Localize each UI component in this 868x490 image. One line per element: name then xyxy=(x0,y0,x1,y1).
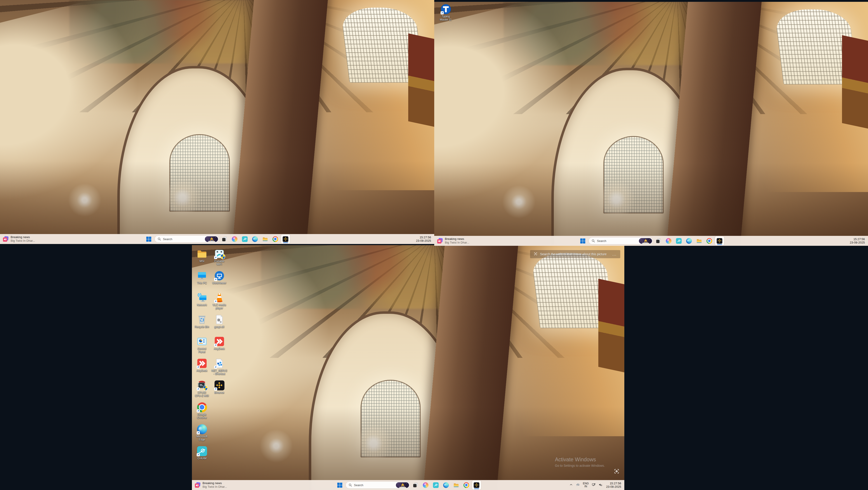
search-box[interactable]: Search xyxy=(588,237,653,244)
taskbar-app-binance-button[interactable] xyxy=(472,481,481,490)
taskbar-left: Breaking news Big Twist In Dhar... xyxy=(436,236,472,246)
edge-icon xyxy=(443,482,449,488)
binance-icon xyxy=(474,482,479,488)
desktop-icon-control-panel[interactable]: Control Panel xyxy=(193,335,211,357)
language-indicator[interactable]: ENGIN xyxy=(581,482,590,488)
taskbar-app-edge-button[interactable] xyxy=(684,236,693,246)
taskbar-clock[interactable]: 15:27:56 23-08-2025 xyxy=(414,235,434,243)
search-icon xyxy=(157,237,161,241)
recycle-bin-icon xyxy=(197,314,207,325)
shortcut-arrow-overlay xyxy=(214,278,217,281)
taskbar-app-edge-button[interactable] xyxy=(441,481,451,490)
news-widget-icon xyxy=(195,482,200,488)
picture-search-label: Search the web to learn more about this … xyxy=(540,252,607,256)
spotlight-camera-button[interactable] xyxy=(613,468,620,475)
desktop-icon-label: Portable WiFi xyxy=(212,260,227,266)
taskbar-app-binance-button[interactable] xyxy=(715,236,724,246)
taskbar-app-okam-button[interactable] xyxy=(240,234,249,243)
search-box[interactable]: Search xyxy=(154,235,219,242)
taskbar-app-okam-button[interactable] xyxy=(431,481,440,490)
taskbar-app-file-explorer-button[interactable] xyxy=(260,234,270,243)
search-box[interactable]: Search xyxy=(345,482,410,489)
task-view-icon xyxy=(656,238,661,244)
ultraviewer-icon xyxy=(214,270,225,281)
desktop-icon-microsoft-edge[interactable]: Microsoft Edge xyxy=(193,423,211,445)
taskbar-app-copilot-button[interactable] xyxy=(664,236,673,246)
wallpaper xyxy=(192,245,624,490)
taskbar-app-copilot-button[interactable] xyxy=(230,234,239,243)
desktop-icon-ultraviewer[interactable]: UltraViewer xyxy=(211,270,228,292)
desktop-icon-msi[interactable]: MSI xyxy=(193,248,211,270)
desktop-icon-network[interactable]: Network xyxy=(193,292,211,314)
desktop-icon-anydesk[interactable]: AnyDesk xyxy=(211,335,228,357)
shortcut-arrow-overlay xyxy=(214,365,217,369)
taskbar-app-task-view-button[interactable] xyxy=(411,481,420,490)
portable-wifi-icon xyxy=(214,249,225,259)
picture-search-bar[interactable]: Search the web to learn more about this … xyxy=(530,250,620,258)
dll-file-icon xyxy=(214,314,225,325)
clock-time: 15:27:56 xyxy=(853,237,865,241)
desktop-icon-label: Control Panel xyxy=(195,347,209,354)
taskbar-app-copilot-button[interactable] xyxy=(421,481,430,490)
taskbar-app-task-view-button[interactable] xyxy=(654,236,663,246)
chrome-icon xyxy=(197,402,207,413)
network-tray-button[interactable] xyxy=(590,482,597,488)
widgets-button[interactable]: Breaking news Big Twist In Dhar... xyxy=(193,481,230,489)
desktop-icon-this-pc[interactable]: This PC xyxy=(193,270,211,292)
taskbar-center: Search xyxy=(335,480,481,490)
desktop-icon-net-serv2-shortcut[interactable]: NET_SERV2 - Shortcut xyxy=(211,357,228,379)
taskbar-app-chrome-button[interactable] xyxy=(271,234,280,243)
this-pc-icon xyxy=(197,270,207,281)
desktop-icon-google-chrome[interactable]: Google Chrome xyxy=(193,401,211,423)
taskbar-app-file-explorer-button[interactable] xyxy=(694,236,704,246)
binance-icon xyxy=(283,236,288,242)
chrome-icon xyxy=(273,236,278,242)
shortcut-arrow-overlay xyxy=(197,453,200,456)
start-button[interactable] xyxy=(144,234,153,243)
chrome-icon xyxy=(464,482,469,488)
widgets-button[interactable]: Breaking news Big Twist In Dhar... xyxy=(1,235,38,243)
desktop-icon-vlc-media-player[interactable]: VLC media player xyxy=(211,292,228,314)
desktop-icon-typing-master-11[interactable]: Typing Master 11 xyxy=(436,3,456,22)
taskbar-app-okam-button[interactable] xyxy=(674,236,683,246)
running-indicator xyxy=(283,242,288,243)
shortcut-arrow-overlay xyxy=(214,344,217,347)
desktop-icon-label: Microsoft Edge xyxy=(195,435,209,441)
start-button[interactable] xyxy=(578,236,587,246)
file-explorer-icon xyxy=(696,238,702,244)
taskbar-app-chrome-button[interactable] xyxy=(705,236,714,246)
desktop-icon-cpuid-cpu-z-msi[interactable]: CPUID CPU-Z MSI xyxy=(193,379,211,401)
desktop-icon-o-kam[interactable]: O-KAM xyxy=(193,445,211,467)
volume-tray-button[interactable] xyxy=(597,482,604,488)
search-doodle-icon[interactable] xyxy=(396,482,409,488)
desktop-icon-gcapi-dll[interactable]: gcapi.dll xyxy=(211,314,228,335)
widgets-button[interactable]: Breaking news Big Twist In Dhar... xyxy=(436,236,472,245)
okam-icon xyxy=(433,482,439,488)
desktop-icon-portable-wifi[interactable]: Portable WiFi xyxy=(211,248,228,270)
desktop-icon-recycle-bin[interactable]: Recycle Bin xyxy=(193,314,211,335)
copilot-icon xyxy=(666,238,672,244)
taskbar-app-task-view-button[interactable] xyxy=(220,234,229,243)
taskbar-clock[interactable]: 15:27:56 23-08-2025 xyxy=(604,481,624,489)
network-tray-icon xyxy=(592,483,596,487)
reg-file-icon xyxy=(214,358,225,369)
search-doodle-icon[interactable] xyxy=(205,236,218,242)
taskbar-app-file-explorer-button[interactable] xyxy=(452,481,461,490)
desktop-icon-binance[interactable]: Binance xyxy=(211,379,228,401)
onedrive-tray-button[interactable] xyxy=(575,482,581,488)
start-button[interactable] xyxy=(335,481,344,490)
taskbar-app-chrome-button[interactable] xyxy=(462,481,471,490)
picture-search-more-button[interactable]: ... xyxy=(612,252,617,256)
taskbar-app-edge-button[interactable] xyxy=(250,234,259,243)
screen-1: Breaking news Big Twist In Dhar... Searc… xyxy=(0,0,434,244)
taskbar-app-binance-button[interactable] xyxy=(281,234,290,243)
search-placeholder: Search xyxy=(354,484,394,487)
clock-date: 23-08-2025 xyxy=(606,485,621,489)
search-doodle-icon[interactable] xyxy=(639,238,652,244)
desktop-icon-anydesk[interactable]: AnyDesk xyxy=(193,357,211,379)
tray-overflow-chevron-button[interactable] xyxy=(568,482,575,488)
taskbar-clock[interactable]: 15:27:56 23-08-2025 xyxy=(848,237,867,245)
running-indicator xyxy=(717,244,722,245)
network-icon xyxy=(197,292,207,303)
screen-2-desktop-icons: Typing Master 11 xyxy=(436,3,456,22)
